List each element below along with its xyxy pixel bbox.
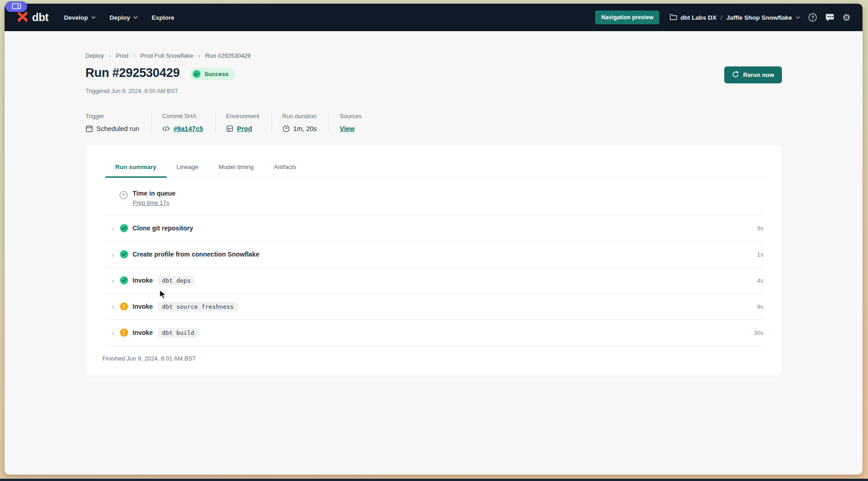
breadcrumb-deploy[interactable]: Deploy [86,52,104,59]
expand-chevron-icon[interactable] [110,329,117,337]
account-breadcrumb: dbt Labs DX / Jaffle Shop Snowflake [670,14,800,22]
account-selector[interactable]: dbt Labs DX [670,14,716,22]
feedback-icon[interactable] [825,13,835,22]
clock-icon [282,125,290,132]
tab-bar: Run summary Lineage Model timing Artifac… [105,158,764,178]
expand-chevron-icon[interactable] [110,251,117,258]
step-status-icon [120,276,128,284]
tab-run-summary[interactable]: Run summary [105,158,167,178]
breadcrumb-run: Run #292530429 [205,52,251,59]
meta-commit-sha: Commit SHA #9a147c5 [162,113,216,132]
chevron-down-icon [796,16,800,19]
time-in-queue-title: Time in queue [133,190,176,197]
run-summary-card: Run summary Lineage Model timing Artifac… [86,145,782,376]
tab-artifacts[interactable]: Artifacts [264,158,306,178]
folder-icon [670,14,677,22]
breadcrumb-job[interactable]: Prod Full Snowflake [140,52,193,59]
step-status-icon: ! [120,328,128,337]
help-icon[interactable]: ? [808,13,817,22]
breadcrumb-prod[interactable]: Prod [116,52,128,59]
step-command-chip: dbt source freshness [158,302,238,312]
step-label: Invoke [133,303,153,310]
commit-sha-link[interactable]: #9a147c5 [174,125,203,132]
dbt-logo-icon [16,11,29,25]
step-label: Invoke [133,277,153,284]
breadcrumb-separator [133,53,135,59]
step-label: Clone git repository [133,224,193,232]
breadcrumb-separator [109,53,111,59]
triggered-timestamp: Triggered Jun 9, 2024, 8:00 AM BST [86,88,782,94]
step-duration: 4s [757,277,764,284]
app-window: dbt Develop Deploy Explore Navigation pr… [5,4,863,475]
success-check-icon [193,70,201,78]
sources-view-link[interactable]: View [340,125,355,132]
chevron-down-icon [91,16,96,19]
step-row-create-profile[interactable]: Create profile from connection Snowflake… [105,241,764,268]
expand-chevron-icon[interactable] [110,303,117,311]
environment-icon [226,125,233,132]
project-selector[interactable]: Jaffle Shop Snowflake [727,14,800,21]
step-status-icon: ! [120,302,128,311]
calendar-icon [86,125,93,132]
step-label: Create profile from connection Snowflake [133,251,260,258]
step-row-dbt-build[interactable]: ! Invoke dbt build 30s [105,320,764,346]
step-label: Invoke [133,329,153,336]
top-navigation: dbt Develop Deploy Explore Navigation pr… [5,4,863,31]
code-icon [162,126,170,132]
path-separator: / [721,14,722,21]
menu-deploy[interactable]: Deploy [109,14,138,21]
step-duration: 9s [757,303,764,310]
meta-trigger: Trigger Scheduled run [86,113,152,132]
expand-chevron-icon[interactable] [110,224,117,232]
step-row-clone-git-repository[interactable]: Clone git repository 9s [105,215,764,241]
step-duration: 1s [757,251,764,258]
tab-model-timing[interactable]: Model timing [209,158,264,178]
expand-chevron-icon[interactable] [110,277,117,284]
svg-text:?: ? [811,15,814,20]
main-content: Deploy Prod Prod Full Snowflake Run #292… [5,31,863,376]
run-metadata: Trigger Scheduled run Commit SHA [86,113,782,132]
meta-sources: Sources View [340,113,374,132]
rerun-icon [732,71,739,79]
rerun-now-button[interactable]: Rerun now [724,66,781,83]
step-command-chip: dbt deps [158,276,195,285]
prep-time-link[interactable]: Prep time 17s [133,199,169,206]
time-in-queue-block: Time in queue Prep time 17s [105,178,764,215]
clock-icon [119,191,128,200]
step-duration: 30s [754,329,764,336]
dbt-logo[interactable]: dbt [16,11,49,25]
meta-run-duration: Run duration 1m, 20s [282,113,330,132]
menu-explore[interactable]: Explore [152,14,174,21]
navigation-preview-button[interactable]: Navigation preview [595,11,659,24]
step-status-icon [120,250,128,258]
status-badge: Success [190,68,235,80]
menu-develop[interactable]: Develop [64,14,96,21]
dbt-wordmark: dbt [32,11,49,24]
meta-environment: Environment Prod [226,113,272,132]
tab-lineage[interactable]: Lineage [167,158,209,178]
extension-badge[interactable] [5,1,27,12]
environment-link[interactable]: Prod [237,125,252,132]
step-duration: 9s [757,225,764,232]
step-status-icon [120,224,128,232]
breadcrumb: Deploy Prod Prod Full Snowflake Run #292… [86,31,782,59]
step-row-dbt-deps[interactable]: Invoke dbt deps 4s [105,268,764,294]
desktop-edge [0,479,868,481]
step-row-dbt-source-freshness[interactable]: ! Invoke dbt source freshness 9s [105,294,764,320]
finished-timestamp: Finished Jun 9, 2024, 8:01 AM BST [103,346,764,376]
screen-share-icon [12,3,21,10]
gear-icon[interactable]: ⚙ [842,13,851,22]
chevron-down-icon [133,16,138,19]
page-title: Run #292530429 [86,66,180,80]
breadcrumb-separator [198,53,200,59]
step-command-chip: dbt build [158,328,198,338]
